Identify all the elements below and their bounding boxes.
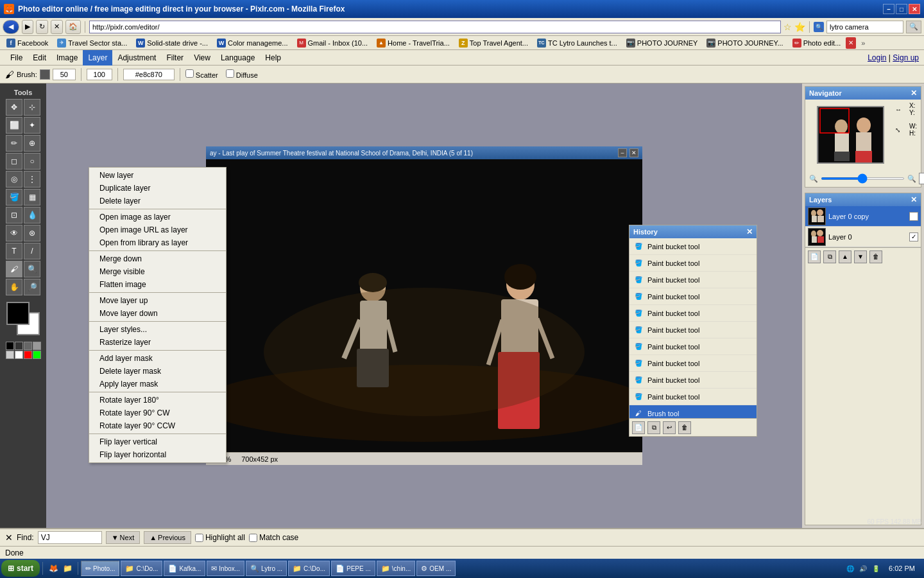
forward-button[interactable]: ▶ (22, 20, 33, 34)
layer-menu-open-image[interactable]: Open image as layer (89, 211, 226, 223)
bookmark-ssd[interactable]: W Solid-state drive -... (132, 37, 212, 49)
menu-layer[interactable]: Layer (83, 50, 112, 66)
history-item-1[interactable]: 🪣 Paint bucket tool (629, 238, 757, 255)
layer-row-copy[interactable]: Layer 0 copy ✓ (805, 206, 921, 227)
login-link[interactable]: Login (868, 53, 886, 62)
move-tool[interactable]: ✥ (6, 99, 22, 116)
zoom-value-input[interactable] (919, 173, 924, 184)
red-eye-tool[interactable]: 👁 (6, 225, 22, 241)
brush-tool[interactable]: 🖌 (6, 261, 22, 277)
dodge-tool[interactable]: ○ (24, 153, 40, 170)
layers-copy-btn[interactable]: ⧉ (823, 250, 836, 263)
history-item-6[interactable]: 🪣 Paint bucket tool (629, 322, 757, 338)
layer-menu-rotate-cw[interactable]: Rotate layer 90° CW (89, 407, 226, 419)
bookmark-photoedit[interactable]: ✏ Photo edit... (789, 37, 845, 49)
bookmark-star-icon[interactable]: ☆ (783, 22, 792, 32)
menu-image[interactable]: Image (51, 50, 83, 66)
history-item-3[interactable]: 🪣 Paint bucket tool (629, 272, 757, 288)
layer-menu-move-up[interactable]: Move layer up (89, 294, 226, 307)
menu-adjustment[interactable]: Adjustment (112, 50, 161, 66)
diffuse-checkbox[interactable] (226, 69, 234, 78)
color-btn-midgray[interactable] (24, 342, 32, 350)
taskbar-pepe[interactable]: 📄 PEPE ... (331, 561, 375, 576)
layer-menu-move-down[interactable]: Move layer down (89, 307, 226, 320)
history-item-5[interactable]: 🪣 Paint bucket tool (629, 305, 757, 322)
history-item-10[interactable]: 🪣 Paint bucket tool (629, 389, 757, 405)
find-next-button[interactable]: ▼ Next (106, 531, 141, 544)
taskbar-oem[interactable]: ⚙ OEM ... (416, 561, 456, 576)
layer-menu-delete[interactable]: Delete layer (89, 195, 226, 207)
bookmark-home[interactable]: ▲ Home - TravelTria... (373, 37, 454, 49)
signup-link[interactable]: Sign up (893, 53, 919, 62)
canvas-minimize[interactable]: – (618, 148, 627, 157)
start-button[interactable]: ⊞ start (1, 560, 40, 577)
layer-menu-flip-horizontal[interactable]: Flip layer horizontal (89, 448, 226, 461)
history-list[interactable]: 🪣 Paint bucket tool 🪣 Paint bucket tool … (629, 238, 757, 418)
taskbar-inbox[interactable]: ✉ Inbox... (207, 561, 244, 576)
history-close[interactable]: ✕ (746, 227, 753, 236)
menu-view[interactable]: View (189, 50, 216, 66)
type-tool[interactable]: T (6, 243, 22, 259)
brush-size-input[interactable] (53, 69, 76, 80)
history-item-4[interactable]: 🪣 Paint bucket tool (629, 288, 757, 305)
history-delete-btn[interactable]: 🗑 (678, 421, 691, 434)
folder-icon[interactable]: 📁 (61, 562, 74, 575)
history-item-2[interactable]: 🪣 Paint bucket tool (629, 255, 757, 272)
back-button[interactable]: ◀ (3, 20, 19, 34)
magic-wand-tool[interactable]: ✦ (24, 117, 40, 134)
color-btn-green[interactable] (33, 351, 41, 359)
layer-menu-open-library[interactable]: Open from library as layer (89, 236, 226, 249)
layer-menu-delete-mask[interactable]: Delete layer mask (89, 365, 226, 378)
minimize-button[interactable]: – (883, 4, 894, 14)
home-button[interactable]: 🏠 (65, 20, 81, 34)
blur-tool[interactable]: ◎ (6, 171, 22, 188)
taskbar-lytro[interactable]: 🔍 Lytro ... (246, 561, 287, 576)
zoom-out-tool[interactable]: 🔎 (24, 279, 40, 295)
bookmark-photo1[interactable]: 📷 PHOTO JOURNEY (622, 37, 702, 49)
layer-visibility-copy[interactable]: ✓ (909, 212, 918, 221)
layer-menu-open-url[interactable]: Open image URL as layer (89, 223, 226, 236)
color-btn-gray[interactable] (33, 342, 41, 350)
history-undo-btn[interactable]: ↩ (663, 421, 676, 434)
menu-filter[interactable]: Filter (161, 50, 189, 66)
highlight-all-checkbox[interactable] (195, 534, 203, 542)
search-button[interactable]: 🔍 (906, 21, 921, 33)
reload-button[interactable]: ↻ (36, 20, 48, 34)
audio-icon[interactable]: 🔊 (858, 563, 868, 574)
search-engine-icon[interactable]: 🔍 (814, 22, 824, 32)
network-icon[interactable]: 🌐 (845, 563, 855, 574)
layer-menu-flip-vertical[interactable]: Flip layer vertical (89, 435, 226, 448)
spot-heal-tool[interactable]: ⊛ (24, 225, 40, 241)
color-btn-white[interactable] (15, 351, 23, 359)
find-close-icon[interactable]: ✕ (5, 532, 13, 543)
menu-help[interactable]: Help (260, 50, 286, 66)
match-case-checkbox[interactable] (249, 534, 257, 542)
layer-menu-rotate-180[interactable]: Rotate layer 180° (89, 394, 226, 407)
layer-menu-duplicate[interactable]: Duplicate layer (89, 182, 226, 195)
stop-button[interactable]: ✕ (51, 20, 63, 34)
bookmark-close[interactable]: ✕ (846, 37, 856, 49)
bookmark-color[interactable]: W Color manageme... (213, 37, 292, 49)
find-prev-button[interactable]: ▲ Previous (144, 531, 191, 544)
layer-menu-styles[interactable]: Layer styles... (89, 323, 226, 336)
clone-tool[interactable]: ⊕ (24, 135, 40, 152)
layers-move-down-btn[interactable]: ▼ (854, 250, 867, 263)
find-input[interactable] (38, 531, 102, 544)
color-input[interactable] (123, 69, 175, 80)
bookmark-travel[interactable]: ✈ Travel Sector sta... (53, 37, 131, 49)
history-item-7[interactable]: 🪣 Paint bucket tool (629, 338, 757, 355)
layers-delete-btn[interactable]: 🗑 (869, 250, 882, 263)
firefox-icon[interactable]: 🦊 (47, 562, 60, 575)
search-input[interactable] (826, 21, 903, 33)
foreground-color-swatch[interactable] (6, 302, 30, 325)
canvas-image[interactable] (206, 159, 642, 452)
layer-menu-rasterize[interactable]: Rasterize layer (89, 336, 226, 349)
paint-bucket-tool[interactable]: 🪣 (6, 189, 22, 206)
layer-row-0[interactable]: Layer 0 ✓ (805, 227, 921, 247)
history-item-8[interactable]: 🪣 Paint bucket tool (629, 355, 757, 372)
zoom-in-icon[interactable]: 🔍 (907, 175, 916, 183)
lasso-tool[interactable]: ⊹ (24, 99, 40, 116)
zoom-out-icon[interactable]: 🔍 (809, 175, 818, 183)
taskbar-photo[interactable]: ✏ Photo... (81, 561, 119, 576)
layer-menu-add-mask[interactable]: Add layer mask (89, 352, 226, 365)
